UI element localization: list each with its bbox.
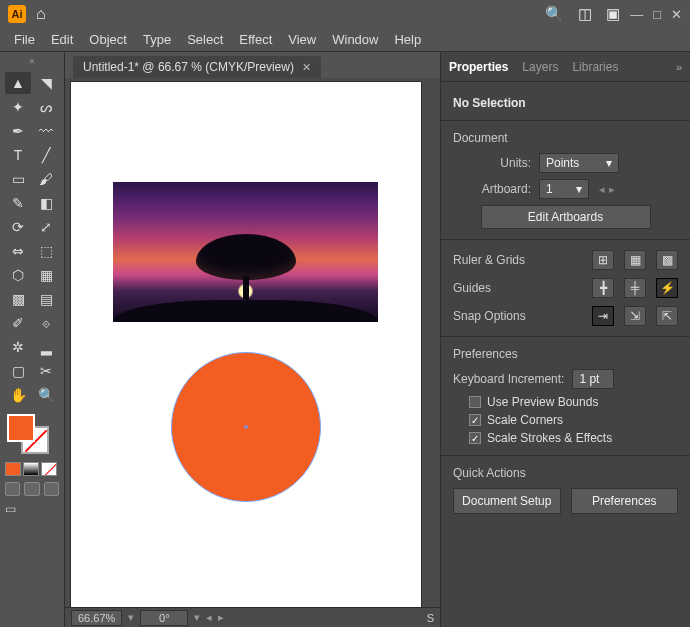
rulers-icon[interactable]: ⊞: [592, 250, 614, 270]
document-setup-button[interactable]: Document Setup: [453, 488, 561, 514]
guides-show-icon[interactable]: ╋: [592, 278, 614, 298]
snap-grid-icon[interactable]: ⇲: [624, 306, 646, 326]
close-button[interactable]: ✕: [671, 7, 682, 22]
chk-preview-bounds[interactable]: Use Preview Bounds: [469, 395, 678, 409]
width-tool[interactable]: ⇔: [5, 240, 31, 262]
color-mode-fill[interactable]: [5, 462, 21, 476]
color-mode-gradient[interactable]: [23, 462, 39, 476]
tab-properties[interactable]: Properties: [449, 60, 508, 74]
edit-artboards-button[interactable]: Edit Artboards: [481, 205, 651, 229]
home-icon[interactable]: ⌂: [36, 5, 46, 23]
menu-select[interactable]: Select: [179, 32, 231, 47]
rotate-tool[interactable]: ⟳: [5, 216, 31, 238]
selection-status: No Selection: [453, 96, 678, 110]
panel-expand-icon[interactable]: »: [676, 61, 682, 73]
eyedropper-tool[interactable]: ✐: [5, 312, 31, 334]
color-swatches[interactable]: [5, 414, 59, 460]
document-tab-title: Untitled-1* @ 66.67 % (CMYK/Preview): [83, 60, 294, 74]
selection-tool[interactable]: ▲: [5, 72, 31, 94]
chk-scale-corners[interactable]: Scale Corners: [469, 413, 678, 427]
ellipse-shape[interactable]: [171, 352, 321, 502]
scale-tool[interactable]: ⤢: [33, 216, 59, 238]
eraser-tool[interactable]: ◧: [33, 192, 59, 214]
transparency-grid-icon[interactable]: ▩: [656, 250, 678, 270]
chevron-down-icon: ▾: [606, 156, 612, 170]
paintbrush-tool[interactable]: 🖌: [33, 168, 59, 190]
document-tab-row: Untitled-1* @ 66.67 % (CMYK/Preview) ✕: [65, 52, 440, 78]
perspective-grid-tool[interactable]: ▦: [33, 264, 59, 286]
mesh-tool[interactable]: ▩: [5, 288, 31, 310]
direct-selection-tool[interactable]: ◥: [33, 72, 59, 94]
line-segment-tool[interactable]: ╱: [33, 144, 59, 166]
draw-behind-icon[interactable]: [24, 482, 39, 496]
zoom-tool[interactable]: 🔍: [33, 384, 59, 406]
slice-tool[interactable]: ✂: [33, 360, 59, 382]
artboard-next-icon[interactable]: ▸: [609, 183, 615, 195]
workspace-icon[interactable]: ▣: [606, 5, 620, 23]
menu-edit[interactable]: Edit: [43, 32, 81, 47]
search-icon[interactable]: 🔍: [545, 5, 564, 23]
type-tool[interactable]: T: [5, 144, 31, 166]
column-graph-tool[interactable]: ▂: [33, 336, 59, 358]
menu-type[interactable]: Type: [135, 32, 179, 47]
tools-collapse-icon[interactable]: «: [5, 56, 59, 68]
lasso-tool[interactable]: ᔕ: [33, 96, 59, 118]
pen-tool[interactable]: ✒: [5, 120, 31, 142]
menu-effect[interactable]: Effect: [231, 32, 280, 47]
minimize-button[interactable]: —: [630, 7, 643, 22]
menu-object[interactable]: Object: [81, 32, 135, 47]
chevron-down-icon: ▾: [576, 182, 582, 196]
fill-swatch[interactable]: [7, 414, 35, 442]
title-bar: Ai ⌂ 🔍 ◫ ▣ — □ ✕: [0, 0, 690, 28]
shape-builder-tool[interactable]: ⬡: [5, 264, 31, 286]
rotate-field[interactable]: 0°: [140, 610, 188, 626]
artboard-next-icon[interactable]: ▸: [218, 611, 224, 624]
tab-layers[interactable]: Layers: [522, 60, 558, 74]
artboard-tool[interactable]: ▢: [5, 360, 31, 382]
units-label: Units:: [453, 156, 531, 170]
guides-lock-icon[interactable]: ╪: [624, 278, 646, 298]
preferences-button[interactable]: Preferences: [571, 488, 679, 514]
snap-label: Snap Options: [453, 309, 592, 323]
draw-normal-icon[interactable]: [5, 482, 20, 496]
grid-icon[interactable]: ▦: [624, 250, 646, 270]
tools-panel: « ▲◥✦ᔕ✒〰T╱▭🖌✎◧⟳⤢⇔⬚⬡▦▩▤✐⟐✲▂▢✂✋🔍 ▭: [0, 52, 65, 627]
color-mode-none[interactable]: [41, 462, 57, 476]
maximize-button[interactable]: □: [653, 7, 661, 22]
menu-help[interactable]: Help: [386, 32, 429, 47]
menu-file[interactable]: File: [6, 32, 43, 47]
shaper-tool[interactable]: ✎: [5, 192, 31, 214]
menu-bar: File Edit Object Type Select Effect View…: [0, 28, 690, 52]
artboard-prev-icon[interactable]: ◂: [599, 183, 605, 195]
smart-guides-icon[interactable]: ⚡: [656, 278, 678, 298]
snap-point-icon[interactable]: ⇥: [592, 306, 614, 326]
symbol-sprayer-tool[interactable]: ✲: [5, 336, 31, 358]
image-tree: [186, 222, 306, 302]
artboard-dropdown[interactable]: 1▾: [539, 179, 589, 199]
magic-wand-tool[interactable]: ✦: [5, 96, 31, 118]
menu-window[interactable]: Window: [324, 32, 386, 47]
placed-image-sunset[interactable]: [113, 182, 378, 322]
blend-tool[interactable]: ⟐: [33, 312, 59, 334]
hand-tool[interactable]: ✋: [5, 384, 31, 406]
canvas[interactable]: [65, 78, 440, 607]
arrange-documents-icon[interactable]: ◫: [578, 5, 592, 23]
draw-inside-icon[interactable]: [44, 482, 59, 496]
curvature-tool[interactable]: 〰: [33, 120, 59, 142]
artboard[interactable]: [71, 82, 421, 607]
artboard-prev-icon[interactable]: ◂: [206, 611, 212, 624]
document-tab[interactable]: Untitled-1* @ 66.67 % (CMYK/Preview) ✕: [73, 56, 321, 78]
menu-view[interactable]: View: [280, 32, 324, 47]
tab-libraries[interactable]: Libraries: [572, 60, 618, 74]
free-transform-tool[interactable]: ⬚: [33, 240, 59, 262]
zoom-field[interactable]: 66.67%: [71, 610, 122, 626]
rectangle-tool[interactable]: ▭: [5, 168, 31, 190]
chk-scale-strokes[interactable]: Scale Strokes & Effects: [469, 431, 678, 445]
close-tab-icon[interactable]: ✕: [302, 61, 311, 74]
snap-pixel-icon[interactable]: ⇱: [656, 306, 678, 326]
section-document: Document: [453, 131, 678, 145]
keyboard-increment-field[interactable]: 1 pt: [572, 369, 614, 389]
units-dropdown[interactable]: Points▾: [539, 153, 619, 173]
screen-mode-button[interactable]: ▭: [5, 502, 59, 516]
gradient-tool[interactable]: ▤: [33, 288, 59, 310]
